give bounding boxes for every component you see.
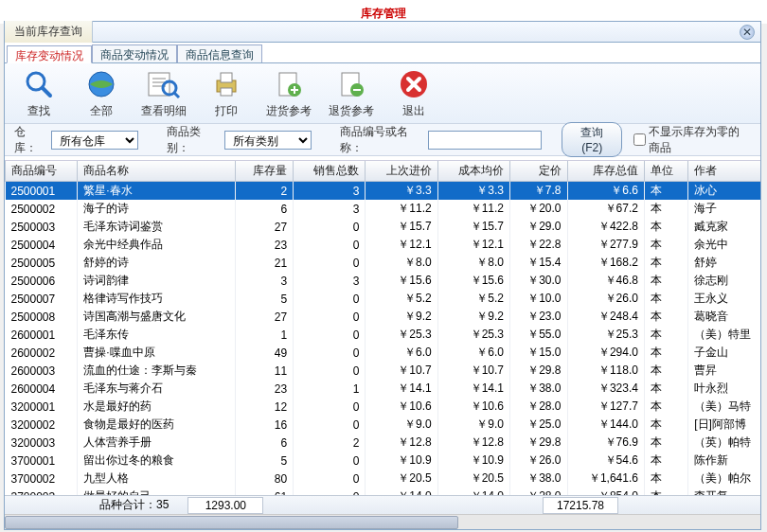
column-header[interactable]: 上次进价 [366, 161, 437, 182]
svg-rect-11 [221, 88, 232, 96]
table-row[interactable]: 3700003做最好的自己610￥14.0￥14.0￥28.0￥854.0本李开… [6, 488, 761, 495]
warehouse-select[interactable]: 所有仓库 [51, 131, 138, 150]
main-window: 当前库存查询 ✕ 库存变动情况 商品变动情况 商品信息查询 查找 全部 查看明细… [4, 21, 761, 530]
status-bar: 品种合计：35 1293.00 17215.78 [5, 495, 760, 514]
table-row[interactable]: 2500005舒婷的诗210￥8.0￥8.0￥15.4￥168.2本舒婷人民文学… [6, 254, 761, 272]
detail-button[interactable]: 查看明细 [141, 67, 187, 119]
column-header[interactable]: 作者 [688, 161, 760, 182]
table-row[interactable]: 2500002海子的诗63￥11.2￥11.2￥20.0￥67.2本海子中国书店… [6, 200, 761, 218]
table-row[interactable]: 3200002食物是最好的医药160￥9.0￥9.0￥25.0￥144.0本[日… [6, 416, 761, 434]
count-label: 品种合计：35 [99, 497, 169, 513]
sub-tab-bar: 库存变动情况 商品变动情况 商品信息查询 [5, 43, 760, 63]
value-total: 17215.78 [543, 497, 618, 514]
tab-product-change[interactable]: 商品变动情况 [92, 44, 177, 62]
return-ref-button[interactable]: 退货参考 [329, 67, 374, 119]
column-header[interactable]: 商品名称 [78, 161, 235, 182]
table-row[interactable]: 3200001水是最好的药120￥10.6￥10.6￥28.0￥127.7本（美… [6, 398, 761, 416]
inventory-table: 商品编号商品名称库存量销售总数上次进价成本均价定价库存总值单位作者出版商 250… [5, 161, 760, 495]
table-row[interactable]: 2500008诗国高潮与盛唐文化270￥9.2￥9.2￥23.0￥248.4本葛… [6, 308, 761, 326]
column-header[interactable]: 库存总值 [567, 161, 644, 182]
close-icon[interactable]: ✕ [740, 25, 755, 40]
table-row[interactable]: 2600002曹操·喋血中原490￥6.0￥6.0￥15.0￥294.0本子金山… [6, 344, 761, 362]
window-tab-bar: 当前库存查询 ✕ [5, 22, 760, 43]
qty-total: 1293.00 [187, 497, 263, 514]
printer-icon [211, 67, 241, 101]
table-row[interactable]: 2500006诗词韵律33￥15.6￥15.6￥30.0￥46.8本徐志刚文具供… [6, 272, 761, 290]
table-row[interactable]: 2500007格律诗写作技巧50￥5.2￥5.2￥10.0￥26.0本王永义青岛… [6, 290, 761, 308]
table-row[interactable]: 2600003流血的仕途：李斯与秦110￥10.7￥10.7￥29.8￥118.… [6, 362, 761, 380]
print-button[interactable]: 打印 [204, 67, 249, 119]
svg-line-8 [174, 93, 179, 98]
table-row[interactable]: 3700001留出你过冬的粮食50￥10.9￥10.9￥26.0￥54.6本陈作… [6, 452, 761, 470]
purchase-ref-button[interactable]: 进货参考 [266, 67, 312, 119]
column-header[interactable]: 定价 [510, 161, 568, 182]
table-row[interactable]: 2600004毛泽东与蒋介石231￥14.1￥14.1￥38.0￥323.4本叶… [6, 380, 761, 398]
horizontal-scrollbar[interactable] [5, 514, 760, 529]
table-row[interactable]: 2600001毛泽东传10￥25.3￥25.3￥55.0￥25.3本（美）特里人… [6, 326, 761, 344]
tab-product-info[interactable]: 商品信息查询 [177, 44, 262, 62]
exit-button[interactable]: 退出 [391, 67, 437, 119]
code-label: 商品编号或名称： [340, 124, 422, 156]
exit-icon [399, 67, 429, 101]
window-tab[interactable]: 当前库存查询 [5, 21, 93, 43]
column-header[interactable]: 成本均价 [437, 161, 509, 182]
column-header[interactable]: 商品编号 [6, 161, 78, 182]
svg-rect-10 [221, 73, 232, 82]
query-button[interactable]: 查询(F2) [562, 122, 622, 157]
globe-icon [86, 67, 116, 101]
warehouse-label: 仓库： [14, 124, 45, 156]
toolbar: 查找 全部 查看明细 打印 进货参考 退货参考 退出 [5, 63, 760, 124]
table-row[interactable]: 2500004余光中经典作品230￥12.1￥12.1￥22.8￥277.9本余… [6, 236, 761, 254]
column-header[interactable]: 库存量 [235, 161, 293, 182]
category-select[interactable]: 所有类别 [224, 131, 312, 150]
column-header[interactable]: 单位 [644, 161, 687, 182]
table-area[interactable]: 商品编号商品名称库存量销售总数上次进价成本均价定价库存总值单位作者出版商 250… [5, 160, 760, 495]
column-header[interactable]: 销售总数 [294, 161, 366, 182]
doc-plus-icon [274, 67, 304, 101]
table-row[interactable]: 2500003毛泽东诗词鉴赏270￥15.7￥15.7￥29.0￥422.8本臧… [6, 218, 761, 236]
category-label: 商品类别： [167, 124, 219, 156]
hide-zero-checkbox[interactable]: 不显示库存为零的商品 [633, 124, 751, 156]
search-icon [24, 67, 54, 101]
table-row[interactable]: 3700002九型人格800￥20.5￥20.5￥38.0￥1,641.6本（美… [6, 470, 761, 488]
code-input[interactable] [428, 131, 542, 150]
find-button[interactable]: 查找 [16, 67, 62, 119]
table-row[interactable]: 3200003人体营养手册62￥12.8￥12.8￥29.8￥76.9本（英）帕… [6, 434, 761, 452]
filter-bar: 仓库： 所有仓库 商品类别： 所有类别 商品编号或名称： 查询(F2) 不显示库… [5, 124, 760, 156]
table-row[interactable]: 2500001繁星·春水23￥3.3￥3.3￥7.8￥6.6本冰心时代文艺出版 [6, 182, 761, 201]
svg-line-1 [43, 88, 50, 96]
doc-minus-icon [336, 67, 366, 101]
all-button[interactable]: 全部 [79, 67, 124, 119]
detail-icon [147, 67, 181, 101]
tab-inventory-change[interactable]: 库存变动情况 [7, 45, 92, 63]
